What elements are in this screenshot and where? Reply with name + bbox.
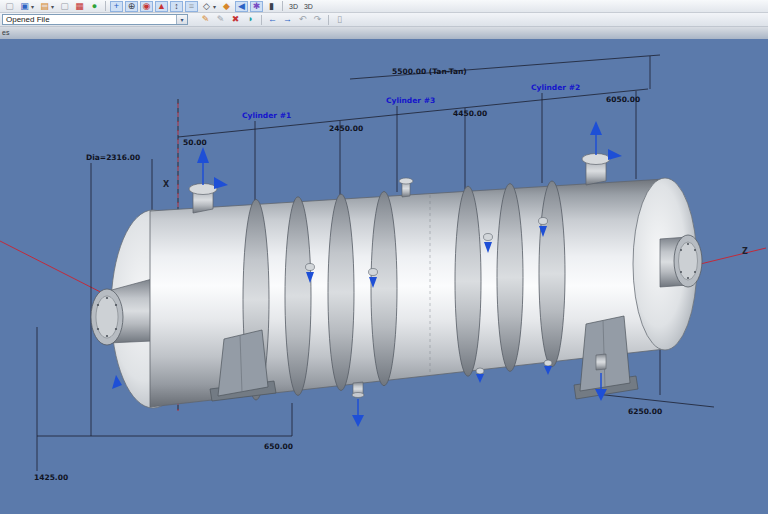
walk-through-icon[interactable]: ↕ (170, 1, 183, 12)
vessel-3d-scene[interactable]: 5500.00 (Tan-Tan) Cylinder #1 Cylinder #… (0, 39, 768, 513)
panel-strip: es (0, 27, 768, 39)
export-image-icon[interactable]: ▦ (73, 1, 86, 12)
model-viewport[interactable]: 5500.00 (Tan-Tan) Cylinder #1 Cylinder #… (0, 39, 768, 513)
top-nozzle-middle (399, 178, 413, 197)
info-icon[interactable]: ● (88, 1, 101, 12)
redo-icon: ↷ (311, 14, 324, 25)
orbit-icon[interactable]: ▲ (155, 1, 168, 12)
zoom-extents-icon[interactable]: ◉ (140, 1, 153, 12)
z-axis-label: Z (742, 247, 748, 256)
dim-1425-label: 1425.00 (34, 473, 68, 482)
view-3d-solid-button[interactable]: 3D (301, 2, 316, 11)
print-icon[interactable]: ▤ (38, 1, 51, 12)
dim-4450-label: 4450.00 (453, 109, 487, 118)
edit-icon[interactable]: ✎ (199, 14, 212, 25)
back-arrow-icon[interactable]: ← (266, 14, 279, 25)
appearance-icon[interactable]: ✱ (250, 1, 263, 12)
toolbar-separator (282, 1, 283, 11)
toolbar-separator (105, 1, 106, 11)
opened-file-combobox[interactable]: Opened File ▾ (2, 14, 188, 25)
save-caret-icon[interactable]: ▾ (31, 3, 37, 10)
pan-icon[interactable]: + (110, 1, 123, 12)
dim-2450-label: 2450.00 (329, 124, 363, 133)
pressure-vessel[interactable] (91, 121, 702, 427)
toolbar-separator (261, 15, 262, 25)
page-setup-icon[interactable]: ▢ (58, 1, 71, 12)
top-nozzle-left (189, 147, 228, 213)
zoom-icon[interactable]: ⊕ (125, 1, 138, 12)
view-mode-icon[interactable]: ◇ (200, 1, 213, 12)
x-axis-label: X (163, 180, 170, 189)
right-nozzle (660, 235, 702, 287)
dim-6050-label: 6050.00 (606, 95, 640, 104)
edit-disabled-icon: ✎ (214, 14, 227, 25)
dim-tan-tan-label: 5500.00 (Tan-Tan) (392, 67, 467, 76)
render-icon[interactable]: ◆ (220, 1, 233, 12)
main-toolbar: ▢ ▣ ▾ ▤ ▾ ▢ ▦ ● + ⊕ ◉ ▲ ↕ ≡ ◇ ▾ ◆ ◀ ✱ ▮ … (0, 0, 768, 13)
view-3d-button[interactable]: 3D (286, 2, 301, 11)
view-back-icon[interactable]: ◀ (235, 1, 248, 12)
new-document-icon[interactable]: ▢ (3, 1, 16, 12)
undo-icon: ↶ (296, 14, 309, 25)
cylinder-2-label: Cylinder #2 (531, 83, 580, 92)
save-icon[interactable]: ▣ (18, 1, 31, 12)
view-mode-caret-icon[interactable]: ▾ (213, 3, 219, 10)
print-caret-icon[interactable]: ▾ (51, 3, 57, 10)
forward-arrow-icon[interactable]: → (281, 14, 294, 25)
dim-dia-label: Dia=2316.00 (86, 153, 140, 162)
left-manway-nozzle (91, 279, 152, 345)
delete-icon[interactable]: ✖ (229, 14, 242, 25)
toolbar-separator (328, 15, 329, 25)
combobox-dropdown-icon[interactable]: ▾ (176, 15, 187, 24)
clipboard-icon: ▯ (333, 14, 346, 25)
file-toolbar: Opened File ▾ ✎ ✎ ✖ ◗ ← → ↶ ↷ ▯ (0, 13, 768, 27)
panel-strip-label: es (2, 29, 9, 36)
accept-icon[interactable]: ◗ (244, 14, 257, 25)
cylinder-1-label: Cylinder #1 (242, 111, 291, 120)
cylinder-3-label: Cylinder #3 (386, 96, 435, 105)
shading-icon[interactable]: ▮ (265, 1, 278, 12)
dim-50-label: 50.00 (183, 138, 207, 147)
top-nozzle-right (582, 121, 622, 185)
dim-6250-label: 6250.00 (628, 407, 662, 416)
dim-650-label: 650.00 (264, 442, 293, 451)
measure-icon[interactable]: ≡ (185, 1, 198, 12)
opened-file-value: Opened File (3, 15, 176, 24)
